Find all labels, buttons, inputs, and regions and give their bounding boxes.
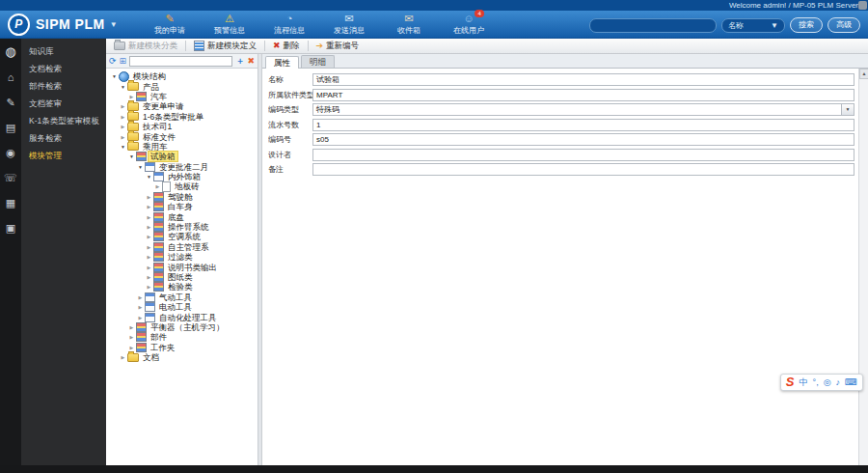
tree-node[interactable]: ▼产品	[106, 81, 258, 91]
tree-node[interactable]: ▼变更批准二月	[106, 162, 258, 172]
field-select[interactable]: 特殊码▼	[312, 103, 854, 116]
chinese-mode-icon[interactable]: 中	[800, 376, 808, 389]
collapsed-arrow-icon[interactable]: ▶	[119, 134, 127, 140]
search-scope-dropdown[interactable]: 名称 ▼	[721, 18, 785, 33]
collapsed-arrow-icon[interactable]: ▶	[127, 334, 136, 340]
sidebar-item[interactable]: 文档检索	[21, 61, 106, 76]
collapsed-arrow-icon[interactable]: ▶	[119, 114, 127, 120]
tree-node[interactable]: ▼内外饰箱	[106, 172, 258, 181]
tree-node[interactable]: ▼试验箱	[106, 152, 258, 161]
field-input[interactable]	[312, 163, 854, 176]
collapsed-arrow-icon[interactable]: ▶	[145, 254, 153, 260]
locate-node-icon[interactable]: ⊞	[120, 56, 127, 66]
tree-node[interactable]: ▶底盘	[106, 211, 258, 221]
collapse-all-icon[interactable]: ✖	[247, 56, 255, 66]
global-search-input[interactable]	[589, 18, 717, 33]
monitor-icon[interactable]: ▣	[3, 220, 18, 236]
tree-node[interactable]: ▶自动化处理工具	[106, 312, 258, 321]
collapsed-arrow-icon[interactable]: ▶	[127, 324, 136, 330]
app-logo[interactable]: P SIPM PLM ▼	[8, 14, 118, 36]
sidebar-item[interactable]: 模块管理	[21, 148, 106, 163]
expanded-arrow-icon[interactable]: ▼	[119, 84, 127, 90]
field-input[interactable]: s05	[312, 133, 854, 146]
tree-node[interactable]: ▶空调系统	[106, 232, 258, 241]
tree-node[interactable]: ▶文档	[106, 352, 258, 362]
sidebar-item[interactable]: 文档签审	[21, 96, 106, 111]
sogou-logo-icon[interactable]: S	[786, 376, 795, 389]
tree-search-input[interactable]	[129, 56, 232, 67]
scroll-up-icon[interactable]: ▲	[859, 69, 868, 79]
keyboard-icon[interactable]: ⌨	[845, 376, 857, 389]
tree-node[interactable]: ▶操作臂系统	[106, 222, 258, 232]
tree-node[interactable]: ▼乘用车	[106, 142, 258, 152]
mic-icon[interactable]: ♪	[836, 376, 841, 389]
tree-node[interactable]: ▶过滤类	[106, 252, 258, 262]
layers-icon[interactable]: ▤	[3, 120, 18, 135]
expanded-arrow-icon[interactable]: ▼	[145, 174, 153, 180]
app-icon[interactable]: ◍	[3, 44, 18, 60]
home-icon[interactable]: ⌂	[3, 70, 18, 85]
collapsed-arrow-icon[interactable]: ▶	[119, 103, 127, 109]
sidebar-item[interactable]: K-1条类型签审模板	[21, 113, 106, 128]
collapsed-arrow-icon[interactable]: ▶	[145, 194, 153, 200]
collapsed-arrow-icon[interactable]: ▶	[136, 315, 145, 320]
header-tool-online-users[interactable]: ☺4在线用户	[444, 13, 494, 36]
collapsed-arrow-icon[interactable]: ▶	[145, 204, 153, 209]
tab-属性[interactable]: 属性	[265, 56, 299, 69]
collapsed-arrow-icon[interactable]: ▶	[145, 264, 153, 270]
sidebar-item[interactable]: 部件检索	[21, 78, 106, 94]
expanded-arrow-icon[interactable]: ▼	[119, 144, 127, 150]
collapsed-arrow-icon[interactable]: ▶	[145, 274, 153, 280]
disc-icon[interactable]: ◉	[3, 145, 18, 160]
refresh-icon[interactable]: ⟳	[109, 56, 117, 66]
collapsed-arrow-icon[interactable]: ▶	[127, 345, 136, 350]
collapsed-arrow-icon[interactable]: ▶	[119, 354, 127, 360]
header-tool-my-requests[interactable]: ✎我的申请	[145, 13, 195, 36]
collapsed-arrow-icon[interactable]: ▶	[145, 214, 153, 220]
phone-icon[interactable]: ☏	[3, 170, 18, 185]
collapsed-arrow-icon[interactable]: ▶	[136, 294, 145, 300]
expanded-arrow-icon[interactable]: ▼	[136, 164, 145, 170]
sidebar-item[interactable]: 服务检索	[21, 130, 106, 146]
collapsed-arrow-icon[interactable]: ▶	[145, 224, 153, 230]
collapsed-arrow-icon[interactable]: ▶	[127, 94, 136, 99]
field-input[interactable]	[312, 149, 854, 161]
tree-node[interactable]: ▶自主管理系	[106, 242, 258, 252]
tree-node[interactable]: ▶说明书类输出	[106, 262, 258, 271]
edit-icon[interactable]: ✎	[3, 95, 18, 110]
header-tool-send-message[interactable]: ✉发送消息	[324, 13, 374, 36]
expanded-arrow-icon[interactable]: ▼	[110, 73, 119, 79]
collapsed-arrow-icon[interactable]: ▶	[145, 284, 153, 290]
expand-all-icon[interactable]: ＋	[235, 56, 244, 66]
advanced-search-button[interactable]: 高级	[827, 17, 860, 33]
header-tool-alert-info[interactable]: ⚠预警信息	[204, 13, 255, 36]
tree-node[interactable]: ▶气动工具	[106, 292, 258, 302]
tab-明细[interactable]: 明细	[301, 55, 335, 68]
search-button[interactable]: 搜索	[790, 17, 823, 33]
tree-node[interactable]: ▶检验类	[106, 282, 258, 292]
collapsed-arrow-icon[interactable]: ▶	[119, 124, 127, 129]
renumber-button[interactable]: ➔重新编号	[312, 40, 364, 52]
chevron-down-icon[interactable]: ▼	[841, 103, 854, 116]
field-input[interactable]: 1	[312, 119, 854, 131]
book-icon[interactable]: ▦	[3, 195, 18, 210]
expanded-arrow-icon[interactable]: ▼	[127, 153, 136, 159]
tree-node[interactable]: ▶地板砖	[106, 181, 258, 191]
new-module-definition-button[interactable]: 新建模块定义	[190, 40, 260, 52]
emoji-icon[interactable]: ◎	[824, 376, 831, 389]
vertical-scrollbar[interactable]: ▲	[858, 69, 868, 473]
collapsed-arrow-icon[interactable]: ▶	[145, 244, 153, 250]
collapsed-arrow-icon[interactable]: ▶	[145, 234, 153, 239]
field-input[interactable]: 试验箱	[312, 73, 854, 86]
tree-node[interactable]: ▶图纸类	[106, 272, 258, 282]
delete-button[interactable]: ✖删除	[269, 40, 304, 52]
tree-node[interactable]: ▶白车身	[106, 202, 258, 211]
punctuation-icon[interactable]: °,	[813, 376, 819, 389]
tree-node[interactable]: ▶平衡器（主机学习）	[106, 322, 258, 332]
field-input[interactable]: MPART	[312, 89, 854, 101]
header-tool-inbox[interactable]: ✉收件箱	[384, 13, 434, 36]
sidebar-item[interactable]: 知识库	[21, 43, 106, 59]
collapsed-arrow-icon[interactable]: ▶	[153, 183, 162, 189]
header-tool-process-info[interactable]: ◔流程信息	[264, 13, 314, 36]
window-control-button[interactable]	[858, 1, 867, 10]
